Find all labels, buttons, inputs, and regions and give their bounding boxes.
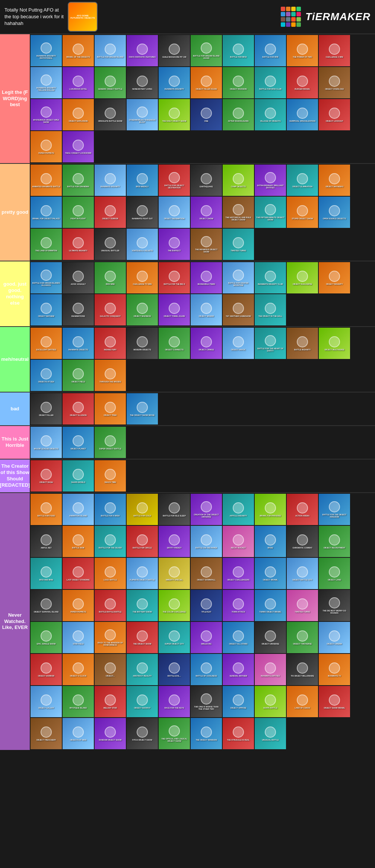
show-thumb[interactable]: ANIMATION ISLAND bbox=[63, 494, 94, 525]
show-thumb[interactable]: GUILE MASSACRE PIT 148 bbox=[159, 35, 190, 66]
show-thumb[interactable]: BECKY BUCKET bbox=[223, 526, 254, 557]
show-thumb[interactable]: AFTER SCHOOLIGANS bbox=[223, 99, 254, 130]
show-thumb[interactable]: TITLETEXT bbox=[191, 590, 222, 621]
show-thumb[interactable]: THE LAND OF BRIMTON bbox=[31, 229, 62, 260]
show-thumb[interactable]: OBJECT UNIVERSE bbox=[255, 622, 286, 653]
show-thumb[interactable]: ACTION ARENA bbox=[287, 494, 318, 525]
show-thumb[interactable]: THE COLOR CHALLENGE bbox=[159, 590, 190, 621]
show-thumb[interactable]: BRAWL FOR PARADISE bbox=[255, 494, 286, 525]
show-thumb[interactable]: BATTLE FOR CRAYON MOUNTAIN bbox=[223, 262, 254, 293]
show-thumb[interactable]: OBJECT MADNESS bbox=[127, 294, 158, 325]
show-thumb[interactable]: INANIMATE ENTITIES bbox=[255, 654, 286, 685]
show-thumb[interactable]: NONEXISTENT LIVING bbox=[127, 67, 158, 98]
show-thumb[interactable]: BATTLE BATTLE BATTLE bbox=[95, 590, 126, 621]
show-thumb[interactable]: OBJECT ALL-STARS bbox=[223, 622, 254, 653]
show-thumb[interactable]: ARTICLE INSANITY bbox=[223, 494, 254, 525]
show-thumb[interactable]: BURGER BRAWL bbox=[287, 67, 318, 98]
show-thumb[interactable]: LAST OBJECT STANDING bbox=[63, 558, 94, 589]
show-thumb[interactable]: OBJECT TERROR bbox=[95, 197, 126, 228]
show-thumb[interactable]: OBJECT CINEMA bbox=[319, 622, 350, 653]
show-thumb[interactable]: OBJECT SHOW 67 bbox=[127, 686, 158, 717]
show-thumb[interactable]: THE INFAMOUS OBJECT SHOW bbox=[191, 229, 222, 260]
show-thumb[interactable]: EARTHQUAKE bbox=[191, 165, 222, 196]
show-thumb[interactable]: INANIMATE FIGHT OUT bbox=[127, 197, 158, 228]
show-thumb[interactable]: BATTLE FOR ORIGIN ISLANDS ALLIANCE bbox=[31, 262, 62, 293]
show-thumb[interactable]: OBJECT HAVOC bbox=[223, 328, 254, 359]
show-thumb[interactable]: EXTRAORDINARY BRILLIANT ENTITIES bbox=[255, 165, 286, 196]
show-thumb[interactable]: OBJECT MAYHEM bbox=[31, 294, 62, 325]
show-thumb[interactable]: INANIMATE INSANITY INVITATIONAL bbox=[31, 35, 62, 66]
show-thumb[interactable]: BRAWL FOR OBJECT PALACE bbox=[31, 197, 62, 228]
show-thumb[interactable]: VORTEXES & VELVETS bbox=[127, 229, 158, 260]
show-thumb[interactable]: BATTLE FOR OBJECT DESTINATION bbox=[159, 165, 190, 196]
show-thumb[interactable]: BATTLE FOR GRANDMA bbox=[63, 165, 94, 196]
show-thumb[interactable]: BATTLE FOR FOOD bbox=[31, 494, 62, 525]
show-thumb[interactable]: THE DIE BEST MERRY GO ROUNDS bbox=[319, 590, 350, 621]
show-thumb[interactable]: THIS ONE IS WORSE THAN THE OTHER TWO bbox=[191, 686, 222, 717]
show-thumb[interactable]: BATTLE FOR DREAM ISLAND AGAIN bbox=[191, 35, 222, 66]
show-thumb[interactable]: MODERN OBJECTS bbox=[127, 328, 158, 359]
show-thumb[interactable]: OBJECT TOWEL AGAIN bbox=[159, 294, 190, 325]
show-thumb[interactable]: OBJECT ILLUSION bbox=[63, 393, 94, 425]
show-thumb[interactable]: THIS FIFTEEN MINUTE OBJECT SHOW bbox=[255, 197, 286, 228]
show-thumb[interactable]: SUPER OBJECT BATTLE bbox=[95, 427, 126, 458]
show-thumb[interactable]: OBJECT TWOVERSE bbox=[287, 622, 318, 653]
show-thumb[interactable]: THE OPTICAL AND LOGICAL OBJECT SHOW bbox=[159, 718, 190, 749]
show-thumb[interactable]: THE OBJECT SHOW MOVIE bbox=[127, 393, 158, 425]
show-thumb[interactable]: RACE FOR THE KEYS bbox=[159, 686, 190, 717]
show-thumb[interactable]: ENTITY FRENZY bbox=[159, 526, 190, 557]
show-thumb[interactable]: LAND OF CHAOS bbox=[287, 686, 318, 717]
show-thumb[interactable]: OBJECTS AT SEA bbox=[31, 360, 62, 391]
show-thumb[interactable]: BFDI2 bbox=[255, 526, 286, 557]
show-thumb[interactable]: OBJECT ELIMINATION bbox=[287, 165, 318, 196]
show-thumb[interactable]: OBJECT BRAWL bbox=[255, 558, 286, 589]
show-thumb[interactable]: TAKE 2 OBJECT LOCKDOWN bbox=[63, 131, 94, 162]
show-thumb[interactable]: PAPER PUPPETS bbox=[63, 590, 94, 621]
show-thumb[interactable]: STAR FIELD bbox=[63, 622, 94, 653]
show-thumb[interactable]: THE POWER OF TWO bbox=[287, 35, 318, 66]
show-thumb[interactable]: THE BAFFECT bbox=[159, 229, 190, 260]
show-thumb[interactable]: MYSTIQUE ISLAND bbox=[63, 686, 94, 717]
show-thumb[interactable]: BFDI MINI bbox=[95, 262, 126, 293]
show-thumb[interactable]: OBJECT FIELD bbox=[63, 360, 94, 391]
show-thumb[interactable]: THROUGH THE WOODS bbox=[95, 360, 126, 391]
show-thumb[interactable]: FITCH OBJECT SHOW bbox=[127, 718, 158, 749]
show-thumb[interactable]: OBJECT BATTLE CITY bbox=[287, 558, 318, 589]
show-thumb[interactable]: INANIMATE TV bbox=[319, 654, 350, 685]
show-thumb[interactable]: OBJECT... bbox=[95, 654, 126, 685]
show-thumb[interactable]: BATTLE FOR BFDI CLUB bbox=[255, 67, 286, 98]
show-thumb[interactable]: AZOIC ASSAULT bbox=[63, 262, 94, 293]
show-thumb[interactable]: RANDOM OBJECT SHOW bbox=[95, 718, 126, 749]
show-thumb[interactable]: MYSTERIOUS OBJECT APEX SHOW bbox=[31, 99, 62, 130]
show-thumb[interactable]: OBJECT FILLER AGAIN bbox=[191, 67, 222, 98]
show-thumb[interactable]: OBJECT CRINGE bbox=[191, 328, 222, 359]
show-thumb[interactable]: OBJECT TREK bbox=[95, 393, 126, 425]
show-thumb[interactable]: FIGHT IN FLIGHT bbox=[63, 197, 94, 228]
show-thumb[interactable]: ULTIMATE INSANITY bbox=[63, 229, 94, 260]
show-thumb[interactable]: OBJECT INVASION bbox=[223, 67, 254, 98]
show-thumb[interactable]: BATTLE FOR THE OBJECT KINGDOM bbox=[319, 494, 350, 525]
show-thumb[interactable]: BATTLE FOR A WISH bbox=[95, 494, 126, 525]
show-thumb[interactable]: CHROMATIC COMBAT bbox=[287, 526, 318, 557]
show-thumb[interactable]: UNUSUAL BATTLE bbox=[255, 718, 286, 749]
show-thumb[interactable]: OBJECT MAYHEM II bbox=[319, 165, 350, 196]
show-thumb[interactable]: VILLAGE OF OBJECTS bbox=[255, 99, 286, 130]
show-thumb[interactable]: BATTLE OF COOLNESS bbox=[191, 654, 222, 685]
show-thumb[interactable]: BATTLE INSANITY bbox=[287, 328, 318, 359]
show-thumb[interactable]: FAN'S FANTASTIC FEATURES bbox=[127, 35, 158, 66]
show-thumb[interactable]: THE OBJECT MANSION bbox=[191, 718, 222, 749]
show-thumb[interactable]: BATTLE EVIL... bbox=[159, 654, 190, 685]
show-thumb[interactable]: BATTLE FOR DREAM ISLAND bbox=[95, 35, 126, 66]
show-thumb[interactable]: OBJECT OPPOSE bbox=[223, 686, 254, 717]
show-thumb[interactable]: OBSOLETE BATTLE SHOW bbox=[95, 99, 126, 130]
show-thumb[interactable]: LUXURIOUS HOTEL bbox=[63, 67, 94, 98]
show-thumb[interactable]: OBJECT TREACHERY bbox=[31, 718, 62, 749]
show-thumb[interactable]: STUPID OBJECT SHOW bbox=[287, 197, 318, 228]
show-thumb[interactable]: BATTLE FOR THE HEART OF ENTITY bbox=[255, 328, 286, 359]
show-thumb[interactable]: OBJECT OVERLOAD bbox=[319, 67, 350, 98]
show-thumb[interactable]: BATTLE FOR GOLD bbox=[127, 494, 158, 525]
show-thumb[interactable]: BATTLE ON THE PAPER bbox=[191, 526, 222, 557]
show-thumb[interactable]: INANIMATE OBJECTS bbox=[63, 328, 94, 359]
show-thumb[interactable]: INANIMATE INSANITY TRILLION DOLLAR bbox=[31, 67, 62, 98]
show-thumb[interactable]: OBJECT MULTIVERSE bbox=[319, 328, 350, 359]
